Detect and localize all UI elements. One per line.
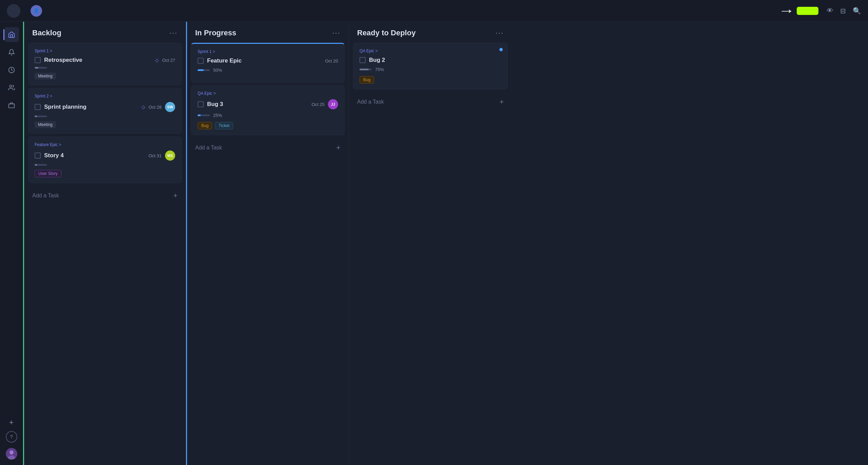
- task-meta-bug-2: QA Epic >: [359, 49, 501, 53]
- task-title-row-sprint-planning: Sprint planning ◇ Oct 28 SW: [35, 102, 175, 112]
- add-task-icon-backlog: +: [173, 191, 178, 200]
- task-progress-bug-2: 75%: [359, 67, 501, 72]
- task-meta-bug-3: QA Epic >: [198, 91, 338, 96]
- task-title-retrospective: Retrospective: [44, 57, 152, 64]
- column-menu-in-progress[interactable]: ···: [332, 29, 340, 37]
- column-menu-ready-to-deploy[interactable]: ···: [496, 29, 504, 37]
- column-header-in-progress: In Progress ···: [187, 22, 349, 43]
- sidebar-item-notifications[interactable]: [4, 45, 19, 60]
- filter-icon[interactable]: ⊟: [840, 7, 846, 15]
- column-header-ready-to-deploy: Ready to Deploy ···: [349, 22, 512, 43]
- task-meta-retrospective: Sprint 1 >: [35, 49, 175, 53]
- tag-ticket: Ticket: [215, 122, 233, 129]
- task-avatar-sprint-planning: SW: [165, 102, 175, 112]
- add-task-ready-to-deploy[interactable]: Add a Task +: [349, 92, 512, 112]
- sidebar-item-help[interactable]: ?: [6, 431, 17, 443]
- tag-meeting: Meeting: [35, 121, 56, 128]
- column-menu-backlog[interactable]: ···: [169, 29, 178, 37]
- progress-label-bug-3: 25%: [213, 113, 222, 118]
- progress-bar-bg-bug-3: [198, 114, 210, 116]
- sidebar-user-avatar[interactable]: [6, 448, 17, 460]
- task-progress-sprint-planning: [35, 115, 175, 117]
- progress-bar-fill-retrospective: [35, 67, 38, 69]
- diamond-icon-sprint-planning: ◇: [142, 104, 145, 110]
- column-ready-to-deploy: Ready to Deploy ··· QA Epic > Bug 2 75%: [349, 22, 512, 465]
- task-checkbox-retrospective[interactable]: [35, 57, 41, 63]
- task-card-retrospective[interactable]: Sprint 1 > Retrospective ◇ Oct 27 Meetin…: [28, 43, 182, 85]
- sidebar-item-home[interactable]: [4, 27, 19, 42]
- topbar: 👤 → 👁 ⊟ 🔍: [0, 0, 868, 22]
- task-date-bug-3: Oct 25: [312, 102, 325, 107]
- task-title-feature-epic: Feature Epic: [207, 57, 322, 64]
- task-card-bug-3[interactable]: QA Epic > Bug 3 Oct 25 JJ 25% BugTicket: [191, 85, 345, 135]
- task-title-bug-3: Bug 3: [207, 101, 308, 108]
- task-meta-feature-epic: Sprint 1 >: [198, 49, 338, 54]
- add-task-label-backlog: Add a Task: [32, 193, 59, 199]
- column-title-in-progress: In Progress: [195, 29, 236, 37]
- column-header-backlog: Backlog ···: [24, 22, 186, 43]
- arrow-decoration: →: [778, 3, 795, 18]
- progress-bar-fill-bug-3: [198, 114, 201, 116]
- task-checkbox-bug-2[interactable]: [359, 57, 366, 63]
- add-task-backlog[interactable]: Add a Task +: [24, 186, 186, 205]
- add-task-in-progress[interactable]: Add a Task +: [187, 138, 349, 158]
- task-progress-story-4: [35, 164, 175, 166]
- task-card-sprint-planning[interactable]: Sprint 2 > Sprint planning ◇ Oct 28 SW M…: [28, 88, 182, 134]
- task-title-row-story-4: Story 4 Oct 31 MS: [35, 150, 175, 161]
- tag-bug: Bug: [198, 122, 212, 129]
- sidebar: + ?: [0, 22, 23, 465]
- sidebar-add-button[interactable]: +: [6, 417, 17, 428]
- diamond-icon-retrospective: ◇: [155, 57, 159, 63]
- task-checkbox-bug-3[interactable]: [198, 101, 204, 107]
- main-layout: + ? Backlog ··· Sprint 1 > Retrospective: [0, 22, 868, 465]
- tag-bug: Bug: [359, 76, 374, 84]
- progress-bar-fill-bug-2: [359, 69, 369, 70]
- task-checkbox-sprint-planning[interactable]: [35, 104, 41, 110]
- task-title-row-bug-3: Bug 3 Oct 25 JJ: [198, 99, 338, 109]
- task-tags-bug-2: Bug: [359, 76, 501, 84]
- task-meta-link-retrospective[interactable]: Sprint 1 >: [35, 49, 52, 53]
- task-card-feature-epic[interactable]: Sprint 1 > Feature Epic Oct 20 50%: [191, 43, 345, 83]
- search-icon[interactable]: 🔍: [853, 7, 861, 15]
- progress-bar-fill-feature-epic: [198, 69, 204, 71]
- task-card-bug-2[interactable]: QA Epic > Bug 2 75% Bug: [353, 43, 508, 89]
- task-checkbox-feature-epic[interactable]: [198, 58, 204, 64]
- progress-bar-bg-bug-2: [359, 69, 372, 70]
- trial-button[interactable]: [797, 7, 818, 15]
- task-progress-feature-epic: 50%: [198, 68, 338, 73]
- sidebar-item-users[interactable]: [4, 80, 19, 95]
- task-meta-link-sprint-planning[interactable]: Sprint 2 >: [35, 94, 52, 99]
- task-title-row-retrospective: Retrospective ◇ Oct 27: [35, 57, 175, 64]
- column-body-ready-to-deploy: QA Epic > Bug 2 75% Bug Add a Task +: [349, 43, 512, 465]
- task-date-story-4: Oct 31: [149, 153, 162, 158]
- progress-bar-bg-retrospective: [35, 67, 47, 69]
- task-meta-link-story-4[interactable]: Feature Epic >: [35, 142, 61, 147]
- task-meta-link-bug-3[interactable]: QA Epic >: [198, 91, 216, 96]
- add-task-icon-in-progress: +: [336, 143, 340, 152]
- task-tags-sprint-planning: Meeting: [35, 121, 175, 128]
- user-avatar-topbar[interactable]: 👤: [31, 5, 42, 17]
- sidebar-item-briefcase[interactable]: [4, 98, 19, 113]
- kanban-board: Backlog ··· Sprint 1 > Retrospective ◇ O…: [23, 22, 868, 465]
- svg-point-4: [10, 450, 14, 454]
- app-logo[interactable]: [7, 4, 20, 18]
- task-title-story-4: Story 4: [44, 152, 145, 159]
- task-checkbox-story-4[interactable]: [35, 153, 41, 159]
- column-body-in-progress: Sprint 1 > Feature Epic Oct 20 50%: [187, 43, 349, 465]
- svg-rect-2: [8, 104, 14, 108]
- add-task-icon-ready-to-deploy: +: [499, 97, 504, 106]
- progress-bar-fill-story-4: [35, 164, 37, 166]
- task-meta-link-bug-2[interactable]: QA Epic >: [359, 49, 378, 53]
- task-card-story-4[interactable]: Feature Epic > Story 4 Oct 31 MS User St…: [28, 137, 182, 183]
- task-meta-link-feature-epic[interactable]: Sprint 1 >: [198, 49, 215, 54]
- column-title-backlog: Backlog: [32, 29, 61, 37]
- task-title-bug-2: Bug 2: [369, 57, 501, 64]
- progress-bar-fill-sprint-planning: [35, 115, 37, 117]
- task-tags-bug-3: BugTicket: [198, 122, 338, 129]
- task-title-row-feature-epic: Feature Epic Oct 20: [198, 57, 338, 64]
- task-title-row-bug-2: Bug 2: [359, 57, 501, 64]
- progress-bar-bg-story-4: [35, 164, 47, 166]
- visibility-icon[interactable]: 👁: [827, 7, 833, 15]
- sidebar-item-clock[interactable]: [4, 62, 19, 77]
- progress-bar-bg-feature-epic: [198, 69, 210, 71]
